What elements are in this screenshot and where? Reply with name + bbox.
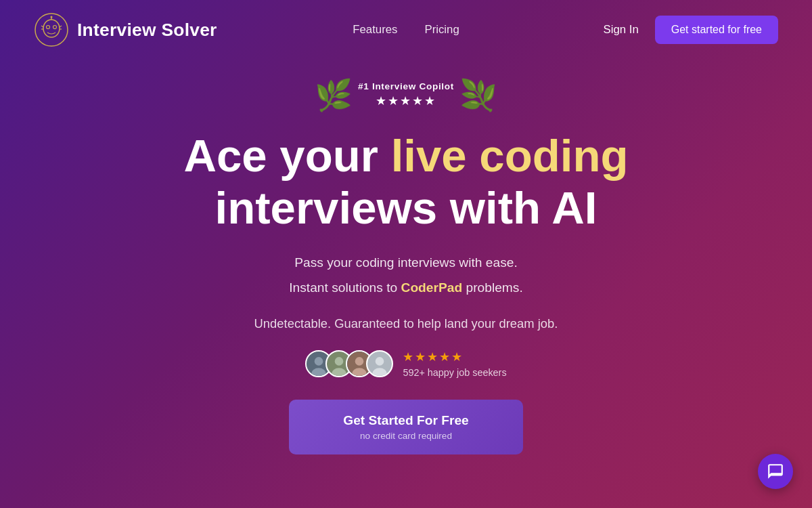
svg-point-5 [51, 16, 53, 18]
cta-section: Get Started For Free no credit card requ… [289, 400, 523, 454]
nav-pricing[interactable]: Pricing [424, 23, 459, 37]
laurel-left-icon: 🌿 [315, 80, 353, 110]
svg-point-17 [355, 357, 364, 366]
svg-point-14 [335, 357, 344, 366]
nav-links: Features Pricing [353, 23, 459, 37]
badge-center: #1 Interview Copilot ★★★★★ [358, 81, 454, 108]
subtext-line1: Pass your coding interviews with ease. [294, 253, 518, 274]
rating-block: ★★★★★ 592+ happy job seekers [403, 350, 506, 378]
svg-point-2 [47, 26, 50, 29]
navbar: Interview Solver Features Pricing Sign I… [0, 0, 812, 60]
svg-line-6 [41, 26, 43, 27]
nav-features[interactable]: Features [353, 23, 397, 37]
avatar-face-4 [367, 352, 392, 376]
logo-link[interactable]: Interview Solver [34, 12, 217, 47]
cta-get-started-button[interactable]: Get Started For Free no credit card requ… [289, 400, 523, 454]
nav-get-started-button[interactable]: Get started for free [655, 16, 778, 44]
avatar-4 [366, 350, 393, 377]
badge-text: #1 Interview Copilot [358, 81, 454, 91]
guarantee-text: Undetectable. Guaranteed to help land yo… [254, 316, 558, 331]
main-content: 🌿 #1 Interview Copilot ★★★★★ 🌿 Ace your … [0, 60, 812, 454]
chat-icon [767, 463, 784, 480]
cta-main-label: Get Started For Free [343, 413, 469, 428]
badge-stars: ★★★★★ [376, 94, 436, 108]
svg-point-1 [43, 20, 60, 37]
social-proof: ★★★★★ 592+ happy job seekers [305, 350, 506, 378]
rating-stars: ★★★★★ [403, 350, 506, 364]
chat-support-button[interactable] [758, 454, 793, 489]
svg-point-11 [315, 357, 323, 366]
happy-count: 592+ happy job seekers [403, 367, 506, 378]
award-badge: 🌿 #1 Interview Copilot ★★★★★ 🌿 [315, 80, 497, 110]
nav-actions: Sign In Get started for free [603, 16, 778, 44]
subtext-line2: Instant solutions to CoderPad problems. [289, 278, 523, 299]
avatar-group [305, 350, 393, 377]
laurel-right-icon: 🌿 [459, 80, 497, 110]
sign-in-button[interactable]: Sign In [603, 23, 638, 37]
cta-sub-label: no credit card required [360, 431, 452, 441]
svg-point-20 [376, 357, 384, 366]
svg-line-7 [60, 26, 62, 27]
hero-heading: Ace your live coding interviews with AI [183, 129, 628, 234]
logo-text: Interview Solver [77, 20, 217, 41]
svg-point-3 [53, 26, 57, 29]
logo-icon [34, 12, 69, 47]
